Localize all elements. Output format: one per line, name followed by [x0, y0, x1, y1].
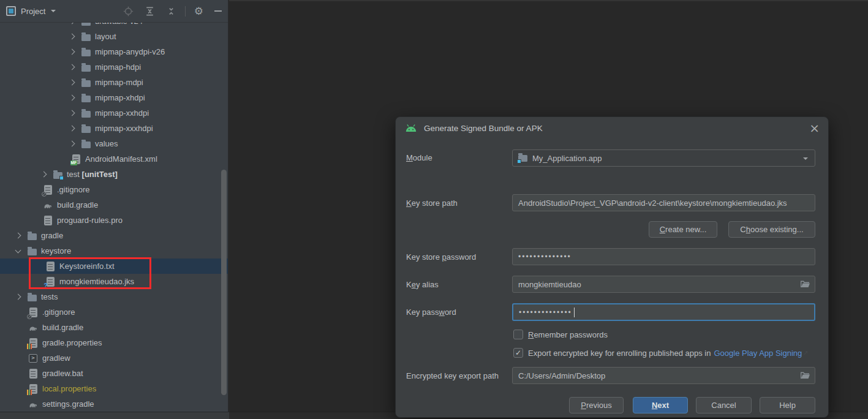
hide-panel-icon[interactable] [214, 10, 222, 12]
dialog-title: Generate Signed Bundle or APK [424, 124, 543, 133]
folder-icon [81, 111, 91, 118]
key-store-path-label: Key store path [406, 198, 458, 208]
gradle-elephant-icon [28, 399, 38, 409]
remember-passwords-row: Remember passwords [513, 330, 608, 339]
project-tree: drawable-v24 layout mipmap-anydpi-v26 mi… [0, 13, 228, 412]
export-encrypted-row: ✓ Export encrypted key for enrolling pub… [513, 348, 809, 358]
export-encrypted-checkbox[interactable]: ✓ [513, 348, 523, 358]
toolbar-separator [185, 6, 186, 17]
status-bar-left [0, 412, 229, 419]
folder-icon [81, 80, 91, 87]
key-store-password-field[interactable]: •••••••••••••• [512, 248, 815, 265]
folder-icon [81, 34, 91, 41]
gitignore-file-icon [29, 308, 37, 317]
key-store-path-field[interactable]: AndroidStudio\Project_VGP\android-v2-cli… [512, 194, 815, 211]
tree-item-gradlew[interactable]: >gradlew [0, 350, 228, 366]
chevron-right-icon[interactable] [69, 110, 75, 116]
chevron-right-icon[interactable] [69, 80, 75, 86]
key-alias-field[interactable]: mongkiemtieudao [512, 276, 815, 293]
close-icon[interactable]: × [809, 121, 820, 135]
chevron-right-icon[interactable] [15, 294, 21, 300]
folder-icon [28, 233, 37, 240]
key-password-label: Key password [406, 308, 456, 317]
folder-open-icon[interactable] [800, 371, 810, 382]
text-file-icon [29, 369, 37, 379]
manifest-file-icon: MF [72, 154, 80, 164]
test-badge-icon [59, 176, 64, 180]
chevron-right-icon[interactable] [15, 233, 21, 239]
tree-item-local-properties[interactable]: local.properties [0, 381, 228, 396]
encrypted-key-export-path-label: Encrypted key export path [406, 371, 499, 380]
text-file-icon [44, 216, 52, 225]
collapse-all-icon[interactable] [166, 6, 176, 17]
chevron-down-icon[interactable] [15, 247, 21, 253]
key-store-password-label: Key store password [406, 252, 476, 262]
tree-item-gradle-folder[interactable]: gradle [0, 228, 228, 243]
folder-icon [28, 249, 37, 255]
tree-item-values[interactable]: values [0, 136, 228, 151]
external-link-icon: ↗ [802, 349, 808, 357]
annotation-rect [29, 257, 151, 289]
help-button[interactable]: Help [760, 397, 815, 413]
tree-item-proguard-rules[interactable]: proguard-rules.pro [0, 213, 228, 228]
tree-item-keystore-folder[interactable]: keystore [0, 243, 228, 259]
chevron-right-icon[interactable] [69, 49, 75, 55]
tree-item-gitignore-app[interactable]: .gitignore [0, 182, 228, 197]
google-play-app-signing-link[interactable]: Google Play App Signing [714, 349, 802, 358]
tree-item-tests-folder[interactable]: tests [0, 289, 228, 304]
chevron-down-icon[interactable] [51, 10, 56, 12]
tree-item-test-unittest[interactable]: test [unitTest] [0, 167, 228, 182]
chevron-right-icon[interactable] [69, 64, 75, 70]
project-view-title[interactable]: Project [21, 7, 45, 16]
tree-item-mipmap-xxhdpi[interactable]: mipmap-xxhdpi [0, 105, 228, 121]
folder-icon [81, 65, 91, 72]
folder-open-icon[interactable] [800, 280, 810, 290]
terminal-icon: > [29, 354, 37, 363]
android-icon [404, 124, 418, 132]
remember-passwords-checkbox[interactable] [513, 330, 523, 339]
key-password-field[interactable]: •••••••••••••• [512, 303, 815, 321]
tree-item-mipmap-hdpi[interactable]: mipmap-hdpi [0, 59, 228, 75]
tree-item-build-gradle-app[interactable]: build.gradle [0, 197, 228, 213]
create-new-button[interactable]: Create new... [649, 221, 717, 238]
choose-existing-button[interactable]: Choose existing... [728, 221, 815, 238]
folder-icon [28, 295, 37, 301]
remember-passwords-label: Remember passwords [528, 330, 608, 339]
key-alias-label: Key alias [406, 280, 439, 289]
gitignore-file-icon [44, 185, 52, 195]
module-dropdown[interactable]: My_Application.app [512, 149, 815, 167]
previous-button[interactable]: Previous [569, 397, 624, 413]
settings-gear-icon[interactable]: ⚙ [194, 6, 203, 16]
chevron-right-icon[interactable] [69, 34, 75, 40]
tree-item-gradle-properties[interactable]: gradle.properties [0, 335, 228, 350]
locate-file-icon[interactable] [123, 6, 134, 17]
module-badge-icon [517, 159, 521, 164]
tree-item-gitignore-root[interactable]: .gitignore [0, 304, 228, 320]
tree-item-androidmanifest[interactable]: MFAndroidManifest.xml [0, 151, 228, 167]
tree-item-mipmap-mdpi[interactable]: mipmap-mdpi [0, 75, 228, 90]
chevron-right-icon[interactable] [69, 126, 75, 132]
project-tool-window-icon [6, 6, 16, 16]
chevron-right-icon[interactable] [69, 95, 75, 101]
gradle-elephant-icon [28, 323, 38, 333]
module-label: Module [406, 153, 432, 162]
tree-item-layout[interactable]: layout [0, 29, 228, 44]
tree-item-mipmap-xhdpi[interactable]: mipmap-xhdpi [0, 90, 228, 105]
folder-icon [81, 142, 91, 148]
tree-item-build-gradle-root[interactable]: build.gradle [0, 320, 228, 335]
export-encrypted-label: Export encrypted key for enrolling publi… [528, 349, 711, 358]
tree-item-settings-gradle[interactable]: settings.gradle [0, 396, 228, 412]
tree-item-mipmap-xxxhdpi[interactable]: mipmap-xxxhdpi [0, 121, 228, 136]
chevron-right-icon[interactable] [41, 172, 47, 178]
chevron-right-icon[interactable] [69, 141, 75, 147]
expand-all-icon[interactable] [145, 6, 155, 17]
next-button[interactable]: Next [633, 397, 688, 413]
cancel-button[interactable]: Cancel [696, 397, 752, 413]
tree-item-gradlew-bat[interactable]: gradlew.bat [0, 366, 228, 381]
encrypted-key-export-path-field[interactable]: C:/Users/Admin/Desktop [512, 367, 815, 384]
folder-icon [81, 50, 91, 56]
tree-scrollbar[interactable] [221, 170, 227, 395]
properties-file-icon [29, 384, 37, 394]
folder-icon [81, 126, 91, 133]
tree-item-mipmap-anydpi-v26[interactable]: mipmap-anydpi-v26 [0, 44, 228, 59]
